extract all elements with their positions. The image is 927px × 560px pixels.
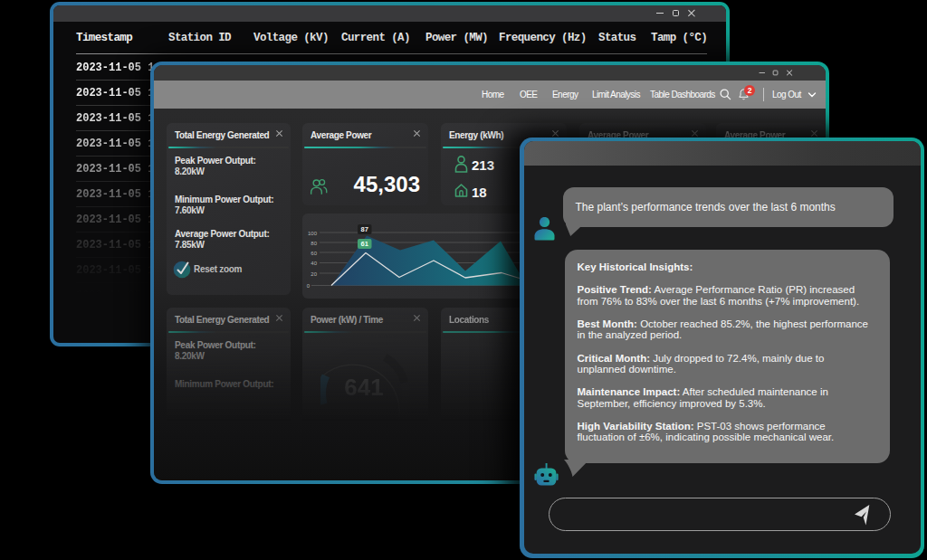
svg-text:641: 641: [344, 374, 383, 401]
